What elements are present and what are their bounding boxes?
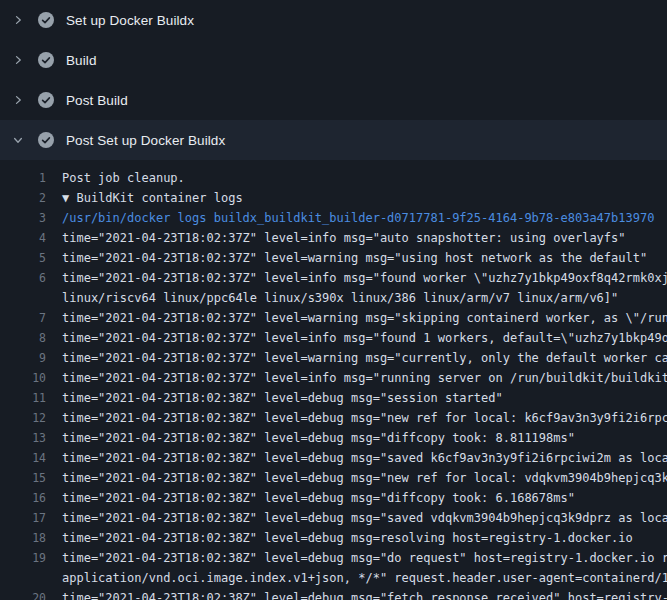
log-text: time="2021-04-23T18:02:38Z" level=debug … xyxy=(62,408,667,428)
log-row: 5time="2021-04-23T18:02:37Z" level=warni… xyxy=(0,248,667,268)
line-number[interactable]: 7 xyxy=(0,308,46,328)
line-number[interactable]: 9 xyxy=(0,348,46,368)
log-text: time="2021-04-23T18:02:38Z" level=debug … xyxy=(62,548,667,568)
log-text: time="2021-04-23T18:02:37Z" level=warnin… xyxy=(62,308,667,328)
line-number[interactable]: 10 xyxy=(0,368,46,388)
check-circle-icon xyxy=(38,132,54,148)
step-header-set-up-docker-buildx[interactable]: Set up Docker Buildx xyxy=(0,0,667,40)
log-text: time="2021-04-23T18:02:37Z" level=info m… xyxy=(62,228,626,248)
step-header-post-build[interactable]: Post Build xyxy=(0,80,667,120)
log-row: 14time="2021-04-23T18:02:38Z" level=debu… xyxy=(0,448,667,468)
step-label: Set up Docker Buildx xyxy=(66,13,194,28)
line-number[interactable]: 19 xyxy=(0,548,46,568)
log-row: 1Post job cleanup. xyxy=(0,168,667,188)
check-circle-icon xyxy=(38,12,54,28)
line-number[interactable]: 15 xyxy=(0,468,46,488)
line-number[interactable]: 18 xyxy=(0,528,46,548)
log-row: application/vnd.oci.image.index.v1+json,… xyxy=(0,568,667,588)
log-row: linux/riscv64 linux/ppc64le linux/s390x … xyxy=(0,288,667,308)
log-text: time="2021-04-23T18:02:37Z" level=info m… xyxy=(62,268,667,288)
log-row: 13time="2021-04-23T18:02:38Z" level=debu… xyxy=(0,428,667,448)
log-row: 20time="2021-04-23T18:02:38Z" level=debu… xyxy=(0,588,667,600)
line-number[interactable]: 17 xyxy=(0,508,46,528)
log-row: 7time="2021-04-23T18:02:37Z" level=warni… xyxy=(0,308,667,328)
line-number[interactable]: 14 xyxy=(0,448,46,468)
log-text: time="2021-04-23T18:02:38Z" level=debug … xyxy=(62,388,503,408)
line-number[interactable]: 11 xyxy=(0,388,46,408)
log-viewer: 1Post job cleanup.2▼ BuildKit container … xyxy=(0,160,667,600)
line-number[interactable]: 16 xyxy=(0,488,46,508)
log-command-text: /usr/bin/docker logs buildx_buildkit_bui… xyxy=(62,208,654,228)
log-text: linux/riscv64 linux/ppc64le linux/s390x … xyxy=(62,288,618,308)
log-row: 12time="2021-04-23T18:02:38Z" level=debu… xyxy=(0,408,667,428)
step-label: Post Build xyxy=(66,93,128,108)
log-group-label: BuildKit container logs xyxy=(76,191,242,205)
line-number[interactable]: 12 xyxy=(0,408,46,428)
chevron-down-icon[interactable] xyxy=(11,133,25,147)
chevron-right-icon[interactable] xyxy=(11,13,25,27)
line-number[interactable]: 3 xyxy=(0,208,46,228)
log-row: 19time="2021-04-23T18:02:38Z" level=debu… xyxy=(0,548,667,568)
log-row: 4time="2021-04-23T18:02:37Z" level=info … xyxy=(0,228,667,248)
chevron-right-icon[interactable] xyxy=(11,93,25,107)
log-row: 17time="2021-04-23T18:02:38Z" level=debu… xyxy=(0,508,667,528)
line-number xyxy=(0,568,46,588)
log-row: 15time="2021-04-23T18:02:38Z" level=debu… xyxy=(0,468,667,488)
line-number[interactable]: 1 xyxy=(0,168,46,188)
step-label: Post Set up Docker Buildx xyxy=(66,133,225,148)
log-text: time="2021-04-23T18:02:38Z" level=debug … xyxy=(62,428,575,448)
log-row: 3/usr/bin/docker logs buildx_buildkit_bu… xyxy=(0,208,667,228)
step-header-build[interactable]: Build xyxy=(0,40,667,80)
check-circle-icon xyxy=(38,52,54,68)
log-group-toggle-icon[interactable]: ▼ xyxy=(62,191,76,205)
log-row: 2▼ BuildKit container logs xyxy=(0,188,667,208)
log-text: time="2021-04-23T18:02:37Z" level=warnin… xyxy=(62,248,647,268)
chevron-right-icon[interactable] xyxy=(11,53,25,67)
log-row: 16time="2021-04-23T18:02:38Z" level=debu… xyxy=(0,488,667,508)
steps-list: Set up Docker BuildxBuildPost BuildPost … xyxy=(0,0,667,160)
log-row: 18time="2021-04-23T18:02:38Z" level=debu… xyxy=(0,528,667,548)
log-row: 11time="2021-04-23T18:02:38Z" level=debu… xyxy=(0,388,667,408)
log-text: time="2021-04-23T18:02:38Z" level=debug … xyxy=(62,528,633,548)
line-number[interactable]: 8 xyxy=(0,328,46,348)
check-circle-icon xyxy=(38,92,54,108)
step-label: Build xyxy=(66,53,97,68)
line-number[interactable]: 2 xyxy=(0,188,46,208)
log-text: time="2021-04-23T18:02:38Z" level=debug … xyxy=(62,508,667,528)
line-number[interactable]: 4 xyxy=(0,228,46,248)
log-text: time="2021-04-23T18:02:38Z" level=debug … xyxy=(62,448,667,468)
line-number[interactable]: 13 xyxy=(0,428,46,448)
log-row: 9time="2021-04-23T18:02:37Z" level=warni… xyxy=(0,348,667,368)
line-number[interactable]: 20 xyxy=(0,588,46,600)
step-header-post-set-up-docker-buildx[interactable]: Post Set up Docker Buildx xyxy=(0,120,667,160)
line-number[interactable]: 5 xyxy=(0,248,46,268)
log-text: application/vnd.oci.image.index.v1+json,… xyxy=(62,568,667,588)
log-row: 10time="2021-04-23T18:02:37Z" level=info… xyxy=(0,368,667,388)
line-number xyxy=(0,288,46,308)
log-row: 8time="2021-04-23T18:02:37Z" level=info … xyxy=(0,328,667,348)
log-text: time="2021-04-23T18:02:37Z" level=warnin… xyxy=(62,348,667,368)
log-text: time="2021-04-23T18:02:38Z" level=debug … xyxy=(62,488,575,508)
log-text: time="2021-04-23T18:02:38Z" level=debug … xyxy=(62,468,667,488)
log-text: time="2021-04-23T18:02:37Z" level=info m… xyxy=(62,328,667,348)
log-text: time="2021-04-23T18:02:38Z" level=debug … xyxy=(62,588,667,600)
log-text: Post job cleanup. xyxy=(62,168,185,188)
log-text: time="2021-04-23T18:02:37Z" level=info m… xyxy=(62,368,667,388)
line-number[interactable]: 6 xyxy=(0,268,46,288)
log-row: 6time="2021-04-23T18:02:37Z" level=info … xyxy=(0,268,667,288)
log-text: ▼ BuildKit container logs xyxy=(62,188,243,208)
